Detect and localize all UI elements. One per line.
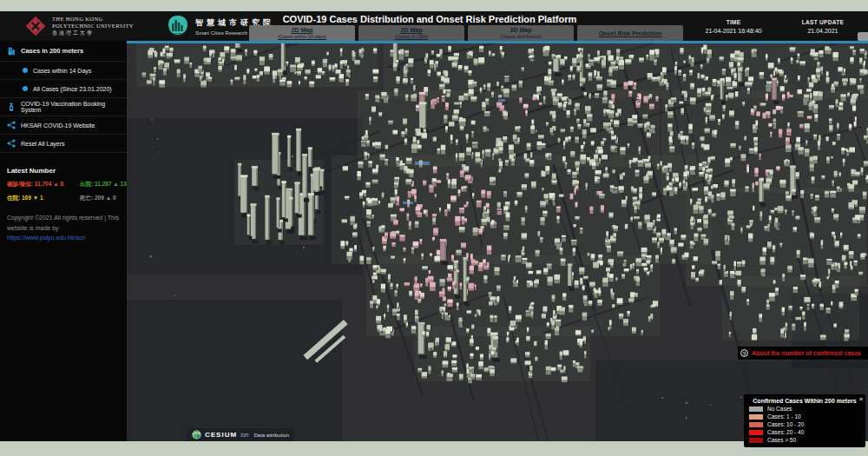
sidebar-item-reset-layers[interactable]: Reset All Layers: [0, 135, 127, 153]
legend-item: Cases: 10 - 20: [749, 421, 860, 427]
share-icon: [7, 139, 16, 148]
polyu-name-line2: POLYTECHNIC UNIVERSITY: [52, 23, 134, 30]
sidebar-item-vaccination-booking[interactable]: COVID-19 Vaccination Booking System: [0, 98, 127, 116]
cesium-attribution[interactable]: CESIUM ion Data attribution: [187, 428, 294, 441]
data-attribution-link[interactable]: Data attribution: [253, 433, 289, 438]
svg-text:SCRI: SCRI: [174, 33, 183, 37]
stat-confirmed: 確診/疑似: 11,704 ▲ 8: [7, 181, 76, 188]
sidebar-item-label: Reset All Layers: [21, 141, 65, 147]
partial-tab[interactable]: [858, 32, 868, 41]
latest-number-heading: Latest Number: [7, 167, 120, 175]
about-confirmed-cases-note[interactable]: ? About the number of confirmed cases: [738, 347, 868, 360]
legend-item: Cases: 20 - 40: [749, 429, 860, 435]
cesium-logo-icon: [192, 430, 201, 439]
polyu-logo-icon: [24, 15, 47, 37]
sidebar-item-cases-200m[interactable]: Cases in 200 meters: [0, 41, 127, 62]
share-icon: [7, 121, 16, 129]
legend-item: Cases > 50: [749, 437, 860, 443]
legend-close-icon[interactable]: ×: [859, 396, 863, 402]
sidebar-item-label: Cases in 200 meters: [21, 47, 83, 55]
sidebar-item-all-cases[interactable]: All Cases (Since 23.01.2020): [0, 80, 127, 98]
legend-title: Confirmed Cases Within 200 meters: [753, 398, 856, 404]
polyu-name-zh: 香港理工大學: [52, 30, 134, 36]
polyu-name-line1: THE HONG KONG: [52, 16, 134, 23]
last-update-display: LAST UPDATE 21.04.2021: [783, 19, 863, 34]
help-icon[interactable]: ?: [740, 349, 748, 357]
tab-onset-risk-prediction[interactable]: Onset Risk Prediction: [577, 25, 683, 41]
legend-swatch: [749, 414, 763, 420]
time-label: TIME: [686, 19, 781, 25]
polyu-brand: THE HONG KONG POLYTECHNIC UNIVERSITY 香港理…: [24, 15, 134, 37]
legend-panel: Confirmed Cases Within 200 meters × No C…: [744, 394, 865, 447]
stat-discharged: 出院: 11,287 ▲ 13: [80, 181, 127, 188]
legend-swatch: [749, 422, 763, 427]
stat-hospitalized: 住院: 169 ▼ 1: [7, 195, 76, 202]
last-update-label: LAST UPDATE: [783, 19, 863, 25]
legend-swatch: [749, 438, 763, 443]
sidebar-item-label: HKSAR COVID-19 Website: [21, 122, 95, 129]
about-note-text: About the number of confirmed cases: [752, 350, 861, 356]
sidebar-item-hksar-website[interactable]: HKSAR COVID-19 Website: [0, 116, 127, 135]
sidebar-item-label: All Cases (Since 23.01.2020): [33, 86, 112, 92]
app-window: THE HONG KONG POLYTECHNIC UNIVERSITY 香港理…: [0, 0, 868, 456]
header: THE HONG KONG POLYTECHNIC UNIVERSITY 香港理…: [0, 11, 868, 41]
legend-swatch: [749, 430, 763, 435]
last-update-value: 21.04.2021: [783, 28, 863, 34]
legend-item: Cases: 1 - 10: [749, 413, 860, 420]
scri-logo-icon: SCRI: [167, 15, 189, 37]
tab-2d-map-14days[interactable]: 2D Map (Cases within 14 days): [249, 25, 355, 41]
page-title: COVID-19 Cases Distribution and Onset Ri…: [260, 14, 599, 24]
legend-swatch: [749, 406, 763, 412]
dot-icon: [23, 86, 28, 91]
latest-number-panel: Latest Number 確診/疑似: 11,704 ▲ 8 出院: 11,2…: [0, 167, 127, 202]
vaccine-icon: [7, 102, 16, 111]
sidebar: Cases in 200 meters Cases within 14 Days…: [0, 41, 127, 441]
map-container[interactable]: ? About the number of confirmed cases Co…: [127, 41, 868, 441]
tab-bar: 2D Map (Cases within 14 days) 2D Map (Ca…: [249, 25, 683, 41]
copyright-text: Copyright ©2021 All rights reserved | Th…: [7, 213, 120, 234]
sidebar-item-cases-14days[interactable]: Cases within 14 Days: [0, 62, 127, 80]
sidebar-item-label: COVID-19 Vaccination Booking System: [21, 101, 120, 113]
tab-2d-map-gba[interactable]: 2D Map (Cases in GBA): [358, 25, 464, 41]
sidebar-item-label: Cases within 14 Days: [33, 68, 91, 74]
buildings-icon: [7, 47, 16, 56]
map-3d-view[interactable]: [127, 43, 868, 441]
tab-3d-map[interactable]: 3D Map (Cases distribution): [468, 25, 574, 41]
legend-item: No Cases: [749, 406, 860, 412]
scri-link[interactable]: https://www.polyu.edu.hk/scri: [7, 235, 120, 241]
dot-icon: [23, 68, 28, 73]
stat-deaths: 死亡: 209 ▲ 0: [80, 195, 116, 202]
time-display: TIME 21-04-2021 16:48:40: [686, 19, 781, 34]
time-value: 21-04-2021 16:48:40: [686, 28, 781, 34]
